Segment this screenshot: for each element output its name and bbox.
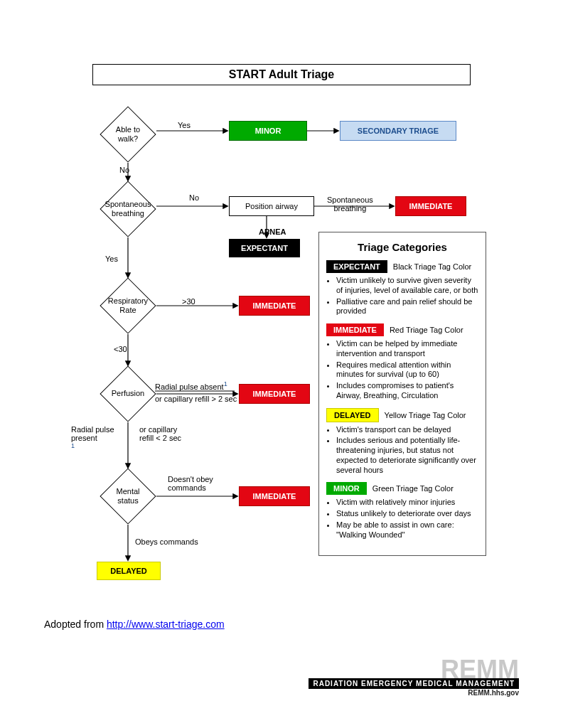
bullet: Includes compromises to patient's Airway…	[336, 381, 478, 401]
adopted-from: Adopted from http://www.start-triage.com	[44, 619, 225, 630]
panel-tag-delayed: DELAYED	[326, 408, 379, 422]
row-expectant: EXPECTANT Black Triage Tag Color	[326, 260, 478, 273]
label-lt30: <30	[114, 345, 127, 353]
panel-color-immediate: Red Triage Tag Color	[390, 326, 463, 334]
title-box: START Adult Triage	[92, 64, 471, 85]
tag-immediate-3: IMMEDIATE	[239, 384, 310, 404]
adopted-prefix: Adopted from	[44, 619, 107, 630]
tag-delayed: DELAYED	[97, 562, 161, 580]
bullet: Includes serious and potentially life-th…	[336, 436, 478, 475]
tag-immediate-1: IMMEDIATE	[395, 196, 466, 216]
label-spont-breath-2: Spontaneous breathing	[327, 196, 373, 213]
decision-spontaneous-breathing: Spontaneous breathing	[100, 181, 156, 237]
remm-sub: REMM.hhs.gov	[227, 689, 519, 697]
bullet: Victim unlikely to survive given severit…	[336, 276, 478, 296]
tag-secondary-triage: SECONDARY TRIAGE	[340, 121, 456, 141]
bullet: May be able to assist in own care: "Walk…	[336, 520, 478, 540]
decision-respiratory-rate: Respiratory Rate	[100, 277, 156, 333]
label-no-2: No	[189, 193, 199, 202]
bullet: Status unlikely to deteriorate over days	[336, 509, 478, 519]
decision-mental-status: Mental status	[100, 468, 156, 524]
row-immediate: IMMEDIATE Red Triage Tag Color	[326, 323, 478, 336]
panel-color-delayed: Yellow Triage Tag Color	[385, 411, 466, 419]
panel-bullets-expectant: Victim unlikely to survive given severit…	[336, 276, 478, 316]
tag-immediate-2: IMMEDIATE	[239, 296, 310, 316]
bullet: Victim's transport can be delayed	[336, 425, 478, 435]
footnote-1b-icon: 1	[71, 442, 75, 449]
tag-expectant: EXPECTANT	[229, 239, 300, 257]
panel-tag-immediate: IMMEDIATE	[326, 323, 384, 336]
panel-title: Triage Categories	[326, 241, 478, 253]
label-doesnt-obey: Doesn't obey commands	[168, 475, 213, 492]
triage-categories-panel: Triage Categories EXPECTANT Black Triage…	[318, 232, 486, 556]
label-cap-lt2: or capillary refill < 2 sec	[139, 425, 181, 442]
label-cap-gt2: or capillary refill > 2 sec	[155, 395, 237, 403]
page: START Adult Triage Able to walk? Spontan…	[0, 0, 563, 728]
tag-immediate-4: IMMEDIATE	[239, 486, 310, 506]
panel-bullets-delayed: Victim's transport can be delayed Includ…	[336, 425, 478, 476]
bullet: Requires medical attention within minute…	[336, 360, 478, 380]
panel-bullets-immediate: Victim can be helped by immediate interv…	[336, 339, 478, 401]
panel-tag-expectant: EXPECTANT	[326, 260, 387, 273]
panel-bullets-minor: Victim with relatively minor injuries St…	[336, 498, 478, 540]
remm-block: REMM RADIATION EMERGENCY MEDICAL MANAGEM…	[227, 660, 519, 697]
label-apnea: APNEA	[259, 228, 286, 236]
label-no-1: No	[119, 166, 129, 174]
label-radial-present: Radial pulse present1	[71, 425, 114, 453]
panel-color-expectant: Black Triage Tag Color	[393, 262, 471, 271]
adopted-link[interactable]: http://www.start-triage.com	[107, 619, 225, 630]
bullet: Victim with relatively minor injuries	[336, 498, 478, 508]
label-yes-2: Yes	[105, 255, 118, 263]
footnote-1-icon: 1	[224, 380, 227, 387]
label-gt30: >30	[182, 297, 195, 306]
remm-bar: RADIATION EMERGENCY MEDICAL MANAGEMENT	[309, 678, 519, 689]
bullet: Palliative care and pain relief should b…	[336, 297, 478, 317]
row-minor: MINOR Green Triage Tag Color	[326, 482, 478, 495]
box-position-airway: Position airway	[229, 196, 314, 216]
panel-color-minor: Green Triage Tag Color	[372, 484, 454, 493]
panel-tag-minor: MINOR	[326, 482, 367, 495]
bullet: Victim can be helped by immediate interv…	[336, 339, 478, 359]
label-radial-absent: Radial pulse absent1	[155, 380, 227, 391]
decision-perfusion: Perfusion	[100, 365, 156, 422]
tag-minor: MINOR	[229, 121, 307, 141]
label-yes-1: Yes	[178, 121, 191, 129]
title-text: START Adult Triage	[229, 68, 334, 81]
row-delayed: DELAYED Yellow Triage Tag Color	[326, 408, 478, 422]
decision-able-to-walk: Able to walk?	[100, 106, 156, 162]
label-obeys: Obeys commands	[135, 537, 198, 546]
